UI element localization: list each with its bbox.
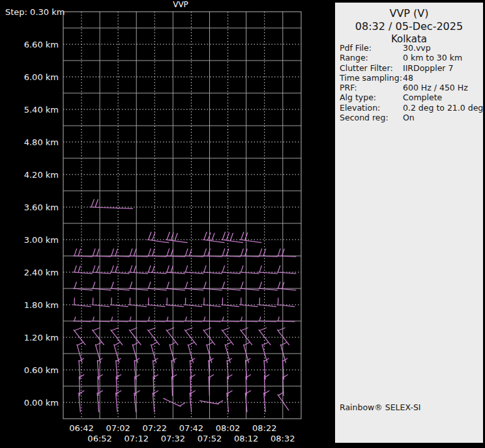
info-row: Second reg: On bbox=[340, 113, 482, 122]
info-value: Complete bbox=[403, 92, 482, 102]
x-axis-label: 08:22 bbox=[249, 424, 280, 432]
info-value: 48 bbox=[403, 73, 482, 83]
panel-title: VVP (V) bbox=[335, 7, 483, 20]
x-axis-label: 07:02 bbox=[102, 424, 134, 432]
info-row: PRF: 600 Hz / 450 Hz bbox=[340, 83, 482, 92]
x-axis-label: 08:32 bbox=[267, 434, 299, 443]
x-axis-label: 07:32 bbox=[157, 434, 188, 443]
info-label: Pdf File: bbox=[340, 43, 403, 53]
y-axis-label: 1.20 km bbox=[4, 333, 59, 342]
info-value: 30.vvp bbox=[403, 43, 482, 53]
info-label: Time sampling: bbox=[340, 73, 403, 83]
x-axis-label: 07:42 bbox=[175, 424, 207, 432]
y-axis-label: 3.00 km bbox=[4, 236, 59, 244]
brand-footer: Rainbow® SELEX-SI bbox=[340, 402, 421, 412]
info-label: Alg type: bbox=[340, 92, 403, 102]
step-label: Step: 0.30 km bbox=[5, 8, 65, 16]
info-row: Time sampling: 48 bbox=[340, 73, 482, 83]
y-axis-label: 6.60 km bbox=[4, 40, 59, 49]
info-label: Range: bbox=[340, 53, 403, 63]
x-axis-label: 07:22 bbox=[139, 424, 170, 432]
info-row: Range: 0 km to 30 km bbox=[340, 53, 482, 63]
info-value: 600 Hz / 450 Hz bbox=[403, 83, 482, 92]
info-row: Pdf File: 30.vvp bbox=[340, 43, 482, 53]
y-axis-label: 4.80 km bbox=[4, 138, 59, 147]
info-row: Clutter Filter: IIRDoppler 7 bbox=[340, 63, 482, 73]
y-axis-label: 6.00 km bbox=[4, 73, 59, 81]
x-axis-label: 08:02 bbox=[213, 424, 244, 432]
info-rows: Pdf File: 30.vvp Range: 0 km to 30 km Cl… bbox=[340, 43, 482, 122]
info-row: Elevation: 0.2 deg to 21.0 deg bbox=[340, 103, 482, 113]
x-axis-label: 07:52 bbox=[194, 434, 226, 443]
info-label: Elevation: bbox=[340, 103, 403, 113]
x-axis-label: 06:42 bbox=[66, 424, 97, 432]
info-value: IIRDoppler 7 bbox=[403, 63, 482, 73]
y-axis-label: 5.40 km bbox=[4, 105, 59, 114]
x-axis-label: 06:52 bbox=[84, 434, 115, 443]
y-axis-label: 1.80 km bbox=[4, 301, 59, 309]
wind-barbs bbox=[73, 199, 296, 412]
info-row: Alg type: Complete bbox=[340, 92, 482, 102]
y-axis-label: 0.00 km bbox=[4, 399, 59, 407]
x-axis-label: 08:12 bbox=[231, 434, 262, 443]
info-label: PRF: bbox=[340, 83, 403, 92]
info-label: Second reg: bbox=[340, 113, 403, 122]
y-axis-label: 4.20 km bbox=[4, 171, 59, 179]
vvp-window: VVP Step: 0.30 km 6.60 km6.00 km5.40 km4… bbox=[0, 0, 485, 448]
wind-profile-plot bbox=[0, 0, 334, 448]
y-axis-label: 2.40 km bbox=[4, 268, 59, 277]
panel-datetime: 08:32 / 05-Dec-2025 bbox=[335, 20, 483, 33]
x-axis-label: 07:12 bbox=[121, 434, 152, 443]
info-value: 0.2 deg to 21.0 deg bbox=[403, 103, 483, 113]
info-panel: VVP (V) 08:32 / 05-Dec-2025 Kolkata Pdf … bbox=[335, 3, 483, 443]
info-value: 0 km to 30 km bbox=[403, 53, 482, 63]
y-axis-label: 0.60 km bbox=[4, 366, 59, 374]
info-label: Clutter Filter: bbox=[340, 63, 403, 73]
plot-title: VVP bbox=[154, 1, 207, 9]
info-value: On bbox=[403, 113, 482, 122]
y-axis-label: 3.60 km bbox=[4, 203, 59, 212]
